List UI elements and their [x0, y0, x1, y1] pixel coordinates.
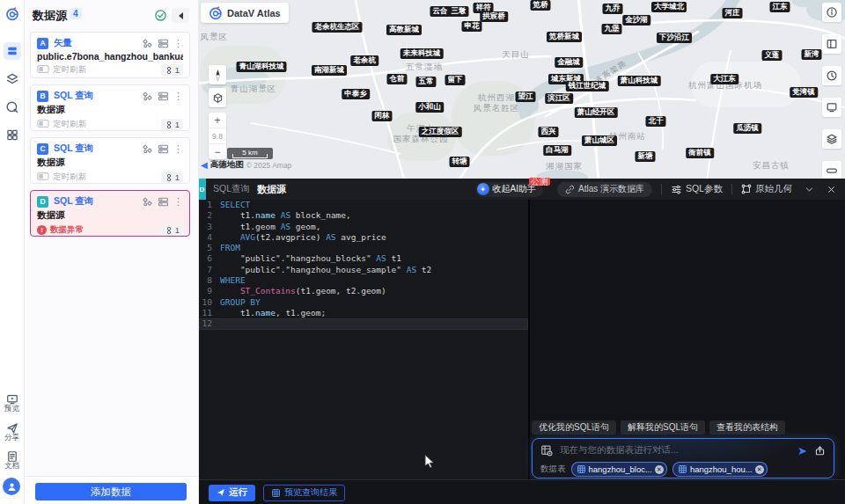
blend-node-icon[interactable]	[142, 91, 153, 102]
sql-type-label: SQL查询	[213, 183, 250, 195]
more-menu-icon[interactable]: ⋮	[173, 38, 183, 49]
code-line-11[interactable]: 11 t1.name, t1.geom;	[198, 308, 528, 318]
code-line-2[interactable]: 2 t1.name AS block_name,	[198, 210, 528, 221]
rail-tool-datasource-icon[interactable]	[4, 42, 21, 60]
tilt-3d-button[interactable]	[209, 88, 226, 107]
code-line-1[interactable]: 1SELECT	[198, 200, 528, 210]
person-icon	[6, 481, 18, 493]
table-icon	[271, 488, 281, 498]
table-pill-label: hangzhou_hou...	[690, 464, 753, 474]
compass-button[interactable]	[209, 65, 226, 84]
map-block-label: 滨江区	[545, 93, 573, 104]
collapse-ai-assistant-button[interactable]: ✦ 收起AI助手 公测	[475, 182, 543, 197]
mini-pill-icon[interactable]	[822, 161, 841, 179]
rail-tool-layers-icon[interactable]	[5, 72, 19, 86]
blend-node-icon[interactable]	[142, 143, 153, 155]
left-icon-rail: 预览分享文档	[0, 0, 25, 504]
table-pill[interactable]: hangzhou_hou...✕	[672, 462, 768, 477]
blend-node-icon[interactable]	[142, 38, 153, 49]
rail-tool-geo-search-icon[interactable]	[5, 100, 19, 114]
remove-table-icon[interactable]: ✕	[655, 465, 664, 474]
map-block-label: 瓜沥镇	[733, 123, 761, 134]
map-canvas[interactable]: 云合三墩祥符拱宸桥申花老余杭生态区高教新城未来科技城老余杭青山湖科技城南湖新城仓…	[198, 0, 845, 179]
zoom-out-button[interactable]: −	[209, 144, 226, 159]
map-block-label: 南湖新城	[312, 65, 347, 76]
zoom-in-button[interactable]: +	[209, 113, 226, 128]
panel-title: 数据源	[33, 8, 67, 24]
link-icon	[565, 185, 575, 194]
map-block-label: 北干	[646, 116, 666, 127]
datasource-card-D[interactable]: DSQL 查询⋮数据源!数据异常1	[30, 190, 190, 237]
close-panel-icon[interactable]	[827, 185, 836, 194]
map-block-label: 金沙湖	[622, 15, 650, 26]
database-selector-button[interactable]: Atlas 演示数据库	[557, 182, 652, 197]
add-data-button[interactable]: 添加数据	[35, 483, 187, 500]
sql-tab-d[interactable]: D	[198, 179, 206, 200]
code-line-7[interactable]: 7 "public"."hangzhou_house_sample" AS t2	[198, 265, 528, 275]
field-mapping-icon[interactable]	[158, 38, 169, 49]
more-menu-icon[interactable]: ⋮	[173, 143, 183, 155]
map-block-label: 义蓬	[762, 50, 783, 61]
map-block-label: 转塘	[450, 157, 470, 167]
panel-columns-icon[interactable]	[822, 34, 841, 54]
timed-refresh-toggle[interactable]	[37, 119, 49, 130]
more-menu-icon[interactable]: ⋮	[173, 196, 183, 208]
map-block-label: 大学城北	[651, 2, 687, 12]
rail-label: 分享	[0, 433, 24, 443]
more-menu-icon[interactable]: ⋮	[173, 91, 183, 102]
avatar[interactable]	[3, 478, 20, 495]
app-logo[interactable]	[5, 7, 19, 21]
sql-code-editor[interactable]: 1SELECT2 t1.name AS block_name,3 t1.geom…	[198, 200, 528, 479]
code-line-5[interactable]: 5FROM	[198, 243, 528, 253]
code-line-8[interactable]: 8WHERE	[198, 275, 528, 286]
code-token: AS	[281, 222, 290, 232]
line-number: 11	[198, 308, 212, 318]
field-mapping-icon[interactable]	[158, 196, 169, 208]
ai-quick-prompt-chip[interactable]: 解释我的SQL语句	[621, 420, 705, 435]
datasource-card-B[interactable]: BSQL 查询⋮数据源定时刷新1	[30, 84, 190, 131]
code-line-3[interactable]: 3 t1.geom AS geom,	[198, 222, 528, 232]
ai-quick-prompt-chip[interactable]: 查看我的表结构	[709, 420, 785, 435]
history-icon[interactable]	[822, 66, 841, 85]
code-line-10[interactable]: 10GROUP BY	[198, 297, 528, 308]
map-scale-bar: 5 km	[227, 148, 273, 159]
ai-chat-inputbox[interactable]: 现在与您的数据表进行对话... ➤ 数据表 hangzhou_bloc...✕h…	[532, 438, 834, 478]
blend-node-icon[interactable]	[142, 196, 153, 208]
sql-params-button[interactable]: SQL参数	[671, 183, 723, 195]
collapse-panel-chevron-icon[interactable]	[805, 185, 814, 194]
code-line-6[interactable]: 6 "public"."hangzhou_blocks" AS t1	[198, 253, 528, 264]
remove-table-icon[interactable]: ✕	[755, 465, 764, 474]
table-pill[interactable]: hangzhou_bloc...✕	[571, 462, 667, 477]
timed-refresh-toggle[interactable]	[37, 64, 49, 76]
timed-refresh-toggle[interactable]	[37, 172, 49, 183]
map-attribution: ◀ 高德地图 © 2025 Amap	[201, 159, 291, 171]
rail-tool-apps-grid-icon[interactable]	[5, 128, 18, 142]
card-letter-badge: C	[37, 143, 48, 155]
ai-quick-prompt-chip[interactable]: 优化我的SQL语句	[532, 420, 616, 435]
map-area-label: 青山湖景区	[231, 84, 277, 94]
datasource-card-C[interactable]: CSQL 查询⋮数据源定时刷新1	[30, 137, 190, 184]
datasource-card-A[interactable]: A矢量⋮public.e7bona_hangzhou_bankuai定时刷新1	[30, 32, 190, 78]
display-icon[interactable]	[822, 98, 841, 117]
code-line-9[interactable]: 9 ST_Contains(t1.geom, t2.geom)	[198, 286, 528, 296]
code-token: WHERE	[220, 275, 246, 286]
info-icon[interactable]	[822, 3, 841, 22]
field-mapping-icon[interactable]	[158, 91, 169, 102]
collapse-panel-button[interactable]	[172, 8, 189, 23]
ai-assistant-icon: ✦	[477, 183, 489, 195]
raw-geometry-button[interactable]: 原始几何	[741, 183, 792, 195]
map-block-label: 大江东	[710, 74, 738, 84]
preview-results-button[interactable]: 预览查询结果	[263, 485, 345, 501]
map-block-label: 中泰乡	[342, 89, 370, 99]
code-token: t2	[416, 265, 431, 275]
amap-brand: 高德地图	[210, 159, 244, 171]
chat-placeholder[interactable]: 现在与您的数据表进行对话...	[560, 444, 790, 457]
code-line-4[interactable]: 4 AVG(t2.avgprice) AS avg_price	[198, 232, 528, 243]
field-mapping-icon[interactable]	[158, 143, 169, 155]
stack-layers-icon[interactable]	[822, 129, 841, 149]
export-icon[interactable]	[814, 445, 826, 457]
table-settings-icon[interactable]	[540, 444, 553, 457]
run-button[interactable]: 运行	[209, 485, 255, 501]
code-line-12[interactable]: 12	[198, 318, 528, 329]
send-icon[interactable]: ➤	[797, 445, 807, 457]
